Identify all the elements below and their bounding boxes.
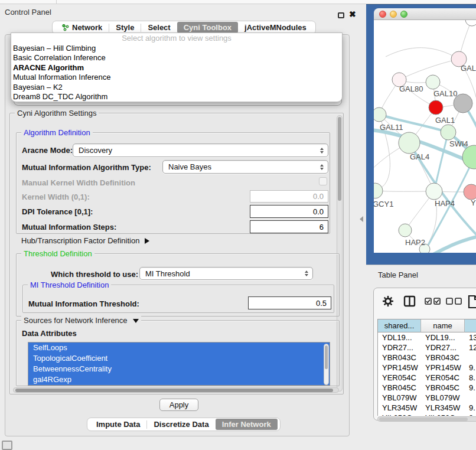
dropdown-item-bayesian-hill-climbing[interactable]: Bayesian – Hill Climbing [11, 44, 342, 53]
network-node[interactable] [399, 132, 420, 154]
hub-definition-expander[interactable]: Hub/Transcription Factor Definition [21, 236, 149, 245]
collapse-down-icon[interactable] [133, 319, 139, 323]
network-edge-highlighted [428, 235, 476, 253]
network-node[interactable] [426, 183, 442, 200]
attribute-row-selfloops[interactable]: SelfLoops [28, 343, 330, 353]
network-node[interactable] [399, 224, 412, 237]
tab-infer-network[interactable]: Infer Network [216, 419, 278, 430]
window-zoom-icon[interactable] [400, 11, 407, 18]
attribute-row-gal4rgexp[interactable]: gal4RGexp [28, 374, 330, 385]
mi-steps-field[interactable]: 6 [250, 220, 328, 233]
table-cell[interactable] [465, 353, 476, 363]
window-close-icon[interactable] [379, 11, 386, 18]
table-cell[interactable]: YDR27... [421, 343, 465, 353]
deselect-all-checkboxes-icon[interactable] [446, 298, 462, 305]
table-cell[interactable]: YER054C [378, 373, 421, 383]
settings-scrollbar-thumb[interactable] [338, 117, 341, 201]
select-all-checkboxes-icon[interactable] [425, 298, 441, 305]
table-cell[interactable]: YBR045C [378, 383, 421, 393]
window-minimize-icon[interactable] [390, 11, 397, 18]
table-cell[interactable]: 9. [465, 363, 476, 373]
network-window-titlebar[interactable] [374, 8, 476, 20]
table-cell[interactable]: YDR27... [378, 343, 421, 353]
table-cell[interactable]: YER054C [421, 373, 465, 383]
table-cell[interactable]: 8. [465, 373, 476, 383]
table-cell[interactable]: YIL052C [421, 413, 465, 416]
table-cell[interactable]: 9. [465, 403, 476, 413]
table-cell[interactable]: YDL19... [421, 332, 465, 343]
table-cell[interactable]: YBR043C [421, 353, 465, 363]
table-cell[interactable]: YBR043C [378, 353, 421, 363]
tab-style[interactable]: Style [109, 22, 141, 33]
which-threshold-combo[interactable]: MI Threshold [139, 267, 313, 280]
column-header-name[interactable]: name [421, 319, 465, 332]
settings-hscrollbar-thumb[interactable] [15, 389, 333, 392]
aracne-mode-combo[interactable]: Discovery [73, 144, 328, 157]
tab-jactivemnodules[interactable]: jActiveMNodules [238, 22, 313, 33]
table-cell[interactable]: YBR045C [421, 383, 465, 393]
table-row[interactable]: YDR27...YDR27...12 [378, 343, 476, 353]
network-node[interactable] [374, 107, 386, 122]
tab-select[interactable]: Select [141, 22, 177, 33]
table-cell[interactable]: YBL079W [378, 393, 421, 403]
table-hscrollbar-thumb[interactable] [379, 418, 468, 421]
attr-list-scrollbar-thumb[interactable] [325, 345, 328, 369]
table-row[interactable]: YBR045CYBR045C9. [378, 383, 476, 393]
table-cell[interactable]: YPR145W [421, 363, 465, 373]
docked-panel-icon[interactable] [2, 441, 12, 450]
dropdown-item-mutual-information-inference[interactable]: Mutual Information Inference [11, 73, 342, 82]
network-view-window[interactable]: GALGAL80GAL10GAL1GAL11SWI4GAL4HAP4YGCY1H… [374, 8, 476, 253]
attribute-row-betweennesscentrality[interactable]: BetweennessCentrality [28, 364, 330, 374]
document-icon[interactable] [467, 295, 476, 308]
table-cell[interactable] [465, 393, 476, 403]
dropdown-item-dream8-dc-tdc-algorithm[interactable]: Dream8 DC_TDC Algorithm [11, 92, 342, 102]
table-cell[interactable]: YLR345W [421, 403, 465, 413]
attribute-row-topologicalcoefficient[interactable]: TopologicalCoefficient [28, 353, 330, 364]
apply-button[interactable]: Apply [159, 399, 198, 411]
table-row[interactable]: YBL079WYBL079W [378, 393, 476, 403]
table-cell[interactable]: 13 [465, 332, 476, 343]
float-panel-icon[interactable] [338, 12, 344, 18]
table-cell[interactable]: YLR345W [378, 403, 421, 413]
network-node[interactable] [462, 145, 476, 169]
close-panel-icon[interactable]: ✖ [349, 9, 356, 19]
network-edge-highlighted [434, 132, 448, 191]
table-row[interactable]: YLR345WYLR345W9. [378, 403, 476, 413]
mutual-information-threshold-field[interactable]: 0.5 [248, 296, 331, 309]
split-columns-icon[interactable] [403, 295, 416, 307]
network-node[interactable] [374, 183, 383, 198]
network-node[interactable] [441, 125, 456, 140]
tab-cyni-toolbox[interactable]: Cyni Toolbox [177, 22, 238, 33]
dropdown-item-bayesian-k2[interactable]: Bayesian – K2 [11, 83, 342, 92]
network-canvas[interactable]: GALGAL80GAL10GAL1GAL11SWI4GAL4HAP4YGCY1H… [374, 20, 476, 253]
table-cell[interactable]: YPR145W [378, 363, 421, 373]
tab-discretize-data[interactable]: Discretize Data [147, 419, 215, 430]
network-node[interactable] [429, 100, 443, 115]
table-row[interactable]: YDL19...YDL19...13 [378, 332, 476, 343]
network-node[interactable] [464, 184, 476, 200]
table-row[interactable]: YIL052CYIL052C9. [378, 413, 476, 416]
column-header-a[interactable]: A [465, 319, 476, 332]
mi-algorithm-type-combo[interactable]: Naive Bayes [162, 160, 328, 174]
dpi-tolerance-field[interactable]: 0.0 [250, 205, 328, 218]
network-node[interactable] [426, 75, 440, 89]
column-header-shared[interactable]: shared... [378, 319, 421, 332]
table-cell[interactable]: YIL052C [378, 413, 421, 416]
panel-splitter-handle[interactable] [360, 216, 363, 222]
dropdown-item-aracne-algorithm[interactable]: ARACNE Algorithm [11, 63, 342, 73]
table-row[interactable]: YBR043CYBR043C [378, 353, 476, 363]
dropdown-item-basic-correlation-inference[interactable]: Basic Correlation Inference [11, 53, 342, 63]
table-cell[interactable]: 9. [465, 413, 476, 416]
table-cell[interactable]: YDL19... [378, 332, 421, 343]
table-panel-title: Table Panel [378, 270, 418, 279]
table-row[interactable]: YPR145WYPR145W9. [378, 363, 476, 373]
network-node[interactable] [465, 20, 476, 26]
table-cell[interactable]: 9. [465, 383, 476, 393]
gear-icon[interactable] [382, 295, 394, 307]
table-cell[interactable]: 12 [465, 343, 476, 353]
table-cell[interactable]: YBL079W [421, 393, 465, 403]
kernel-width-label: Kernel Width (0,1): [22, 193, 90, 201]
tab-network[interactable]: Network [55, 22, 109, 33]
table-row[interactable]: YER054CYER054C8. [378, 373, 476, 383]
tab-impute-data[interactable]: Impute Data [90, 419, 146, 430]
